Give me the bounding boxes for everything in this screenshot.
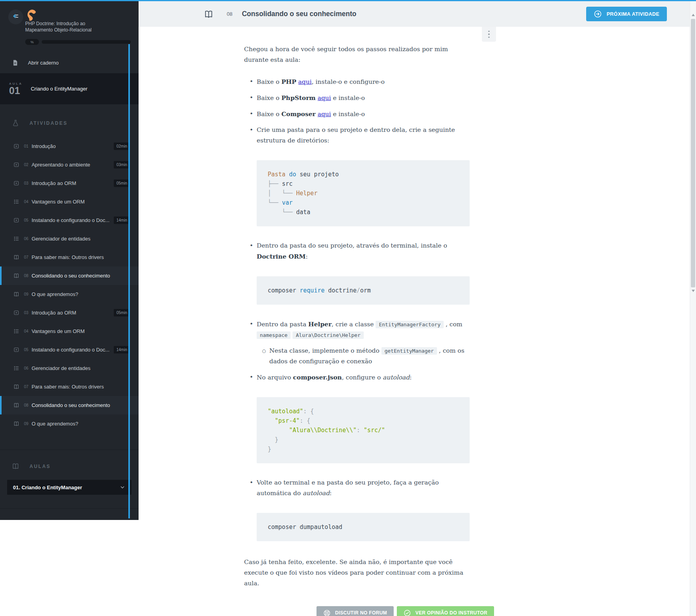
activity-header: 08 Consolidando o seu conhecimento PRÓXI… bbox=[139, 1, 690, 27]
activity-item[interactable]: 07Para saber mais: Outros drivers bbox=[0, 377, 139, 396]
list-icon bbox=[13, 236, 19, 242]
lesson-title: Criando o EntityManager bbox=[31, 86, 87, 92]
video-icon bbox=[13, 162, 19, 168]
activity-item[interactable]: 05Instalando e configurando o Doc...14mi… bbox=[0, 340, 139, 359]
list-item: Baixe o PhpStorm aqui e instale-o bbox=[244, 92, 470, 104]
activity-item[interactable]: 01Introdução02min bbox=[0, 137, 139, 155]
duration-badge: 14min bbox=[114, 346, 130, 353]
top-accent-bar bbox=[0, 0, 696, 1]
footer-actions: DISCUTIR NO FORUM VER OPINIÃO DO INSTRUT… bbox=[244, 606, 494, 616]
activity-item[interactable]: 03Introdução ao ORM05min bbox=[0, 303, 139, 322]
course-sidebar: PHP Doctrine: Introdução ao Mapeamento O… bbox=[0, 0, 139, 520]
duration-badge: 03min bbox=[114, 161, 130, 168]
inline-link[interactable]: aqui bbox=[318, 94, 331, 102]
activity-item[interactable]: 03Introdução ao ORM05min bbox=[0, 174, 139, 192]
duration-badge: 05min bbox=[114, 179, 130, 187]
list-icon bbox=[13, 328, 19, 334]
open-book-icon bbox=[12, 462, 19, 470]
activity-item[interactable]: 05Instalando e configurando o Doc...14mi… bbox=[0, 211, 139, 229]
activity-item[interactable]: 02Apresentando o ambiente03min bbox=[0, 155, 139, 174]
book-icon bbox=[13, 291, 19, 297]
activity-item-current[interactable]: 08Consolidando o seu conhecimento bbox=[0, 396, 139, 414]
book-icon bbox=[13, 384, 19, 390]
next-activity-button[interactable]: PRÓXIMA ATIVIDADE bbox=[586, 7, 667, 21]
notebook-icon bbox=[12, 59, 19, 66]
activity-item-current[interactable]: 08Consolidando o seu conhecimento bbox=[0, 266, 139, 285]
scrollbar-down-arrow[interactable] bbox=[692, 290, 695, 292]
video-icon bbox=[13, 143, 19, 149]
check-circle-icon bbox=[404, 609, 411, 616]
lesson-number-block: AULA 01 bbox=[9, 82, 22, 96]
inline-link[interactable]: aqui bbox=[318, 111, 331, 118]
discuss-forum-button[interactable]: DISCUTIR NO FORUM bbox=[317, 606, 394, 616]
forum-circle-icon bbox=[323, 609, 331, 616]
list-item: Baixe o Composer aqui e instale-o bbox=[244, 109, 470, 120]
code-block-dumpautoload: composer dumpautoload bbox=[257, 513, 470, 541]
list-item: Dentro da pasta Helper, crie a classe En… bbox=[244, 319, 470, 340]
progress-percent-badge: % bbox=[25, 39, 39, 45]
activity-item[interactable]: 09O que aprendemos? bbox=[0, 414, 139, 433]
activity-item[interactable]: 06Gerenciador de entidades bbox=[0, 229, 139, 248]
instructor-opinion-button[interactable]: VER OPINIÃO DO INSTRUTOR bbox=[397, 606, 494, 616]
activity-item[interactable]: 04Vantagens de um ORM bbox=[0, 322, 139, 340]
code-block-composer-require: composer require doctrine/orm bbox=[257, 276, 470, 305]
book-icon bbox=[13, 273, 19, 279]
code-block-directory-tree: Pasta do seu projeto ├── src │ └── Helpe… bbox=[257, 160, 470, 226]
video-icon bbox=[13, 347, 19, 353]
chevron-down-icon bbox=[119, 484, 126, 490]
duration-badge: 14min bbox=[114, 216, 130, 224]
book-icon bbox=[13, 254, 19, 260]
bullet-marker bbox=[244, 240, 257, 262]
activity-content: Chegou a hora de você seguir todos os pa… bbox=[244, 44, 470, 616]
link-icon bbox=[12, 520, 19, 520]
code-block-autoload-json: "autoload": { "psr-4": { "Alura\\Doctrin… bbox=[257, 397, 470, 463]
activity-item[interactable]: 04Vantagens de um ORM bbox=[0, 192, 139, 211]
scrollbar-thumb[interactable] bbox=[691, 19, 695, 287]
more-options-button[interactable] bbox=[482, 27, 496, 42]
duration-badge: 05min bbox=[114, 309, 130, 316]
progress-bar bbox=[42, 40, 131, 44]
book-icon bbox=[13, 421, 19, 427]
other-links-section: OUTROS LINKS Fórum Trocar Curso bbox=[0, 508, 139, 520]
bullet-marker bbox=[244, 477, 257, 499]
other-links-header: OUTROS LINKS bbox=[0, 520, 139, 520]
sidebar-header: PHP Doctrine: Introdução ao Mapeamento O… bbox=[0, 0, 139, 52]
flask-icon bbox=[12, 119, 19, 127]
lesson-select-dropdown[interactable]: 01. Criando o EntityManager bbox=[7, 480, 131, 495]
closing-paragraph: Caso já tenha feito, excelente. Se ainda… bbox=[244, 557, 470, 589]
video-icon bbox=[13, 180, 19, 186]
scrollbar[interactable] bbox=[690, 1, 696, 616]
list-item: Dentro da pasta do seu projeto, através … bbox=[244, 240, 470, 262]
duration-badge: 02min bbox=[114, 142, 130, 150]
bullet-marker bbox=[244, 76, 257, 87]
aulas-section: AULAS 01. Criando o EntityManager bbox=[0, 450, 139, 495]
list-item: Volte ao terminal e na pasta do seu proj… bbox=[244, 477, 470, 499]
bullet-marker bbox=[244, 372, 257, 383]
bullet-marker bbox=[244, 319, 257, 340]
aulas-header: AULAS bbox=[0, 462, 139, 470]
activity-number: 08 bbox=[227, 11, 232, 17]
activity-item[interactable]: 09O que aprendemos? bbox=[0, 285, 139, 303]
list-item: No arquivo composer.json, configure o au… bbox=[244, 372, 470, 383]
open-notebook-label: Abrir caderno bbox=[28, 60, 59, 66]
inline-link[interactable]: aqui bbox=[298, 78, 312, 85]
sidebar-scrollbar-thumb[interactable] bbox=[128, 44, 130, 518]
video-icon bbox=[13, 310, 19, 316]
arrow-right-circle-icon bbox=[594, 10, 602, 18]
book-icon bbox=[204, 9, 213, 19]
collapse-arrow-icon bbox=[11, 12, 20, 22]
list-subitem: Nesta classe, implemente o método getEnt… bbox=[257, 346, 470, 367]
list-icon bbox=[13, 199, 19, 205]
list-icon bbox=[13, 365, 19, 371]
course-progress: % bbox=[25, 39, 131, 45]
activity-item[interactable]: 06Gerenciador de entidades bbox=[0, 359, 139, 377]
open-notebook-button[interactable]: Abrir caderno bbox=[0, 52, 139, 73]
page-title: Consolidando o seu conhecimento bbox=[242, 10, 356, 18]
activity-list: 01Introdução02min 02Apresentando o ambie… bbox=[0, 137, 139, 433]
collapse-sidebar-button[interactable] bbox=[8, 9, 23, 24]
list-item: Crie uma pasta para o seu projeto e dent… bbox=[244, 125, 470, 146]
activities-header: ATIVIDADES bbox=[0, 119, 139, 127]
current-lesson-banner[interactable]: AULA 01 Criando o EntityManager bbox=[0, 73, 139, 104]
scrollbar-up-arrow[interactable] bbox=[692, 14, 695, 16]
activity-item[interactable]: 07Para saber mais: Outros drivers bbox=[0, 248, 139, 266]
